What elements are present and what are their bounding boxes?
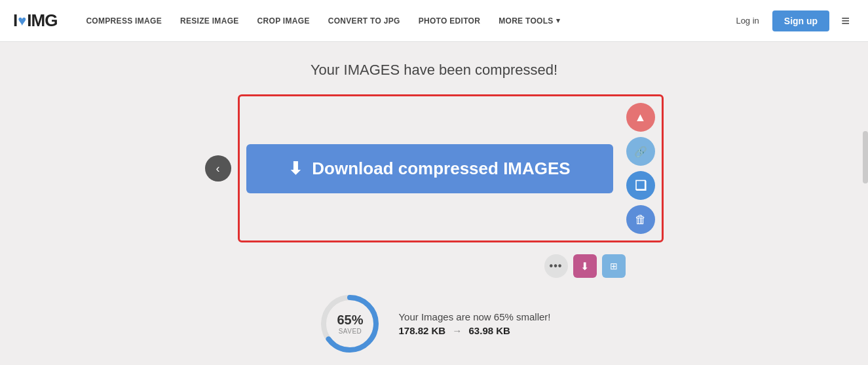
nav-item-crop[interactable]: CROP IMAGE — [248, 16, 319, 26]
trash-icon: 🗑 — [635, 213, 647, 227]
dropbox-icon: ❑ — [635, 178, 647, 193]
small-download-icon: ⬇ — [580, 260, 589, 273]
back-button[interactable]: ‹ — [205, 155, 231, 182]
dropbox-button[interactable]: ❑ — [626, 171, 655, 200]
small-image-icon: ⊞ — [610, 261, 618, 271]
back-arrow-icon: ‹ — [216, 162, 220, 176]
download-box: ⬇ Download compressed IMAGES ▲ 🔗 ❑ 🗑 — [238, 94, 664, 242]
small-image-button[interactable]: ⊞ — [602, 254, 626, 278]
stat-line2: 178.82 KB → 63.98 KB — [398, 325, 550, 336]
original-size: 178.82 KB — [398, 325, 445, 336]
drive-icon: ▲ — [635, 111, 647, 125]
logo-heart-icon: ♥ — [18, 12, 26, 29]
scrollbar[interactable] — [863, 131, 868, 183]
compressed-size: 63.98 KB — [469, 325, 510, 336]
nav-item-compress[interactable]: COMPRESS IMAGE — [77, 16, 171, 26]
success-title: Your IMAGES have been compressed! — [311, 62, 557, 79]
main-content: Your IMAGES have been compressed! ‹ ⬇ Do… — [0, 42, 868, 365]
dots-icon: ••• — [550, 260, 563, 272]
download-area: ‹ ⬇ Download compressed IMAGES ▲ 🔗 ❑ 🗑 — [205, 94, 664, 242]
nav-item-resize[interactable]: RESIZE IMAGE — [171, 16, 248, 26]
copy-link-button[interactable]: 🔗 — [626, 137, 655, 166]
savings-label: SAVED — [337, 328, 363, 335]
stats-text: Your Images are now 65% smaller! 178.82 … — [398, 311, 550, 336]
logo-i: I — [13, 10, 17, 31]
side-icons: ▲ 🔗 ❑ 🗑 — [626, 103, 655, 234]
more-options-button[interactable]: ••• — [544, 254, 568, 278]
main-nav: COMPRESS IMAGE RESIZE IMAGE CROP IMAGE C… — [77, 16, 729, 26]
circle-text: 65% SAVED — [337, 313, 363, 335]
nav-item-photo[interactable]: PHOTO EDITOR — [409, 16, 490, 26]
header-right: Log in Sign up ≡ — [729, 10, 855, 31]
download-icon: ⬇ — [288, 159, 303, 179]
stat-line1: Your Images are now 65% smaller! — [398, 311, 550, 322]
hamburger-button[interactable]: ≡ — [836, 12, 855, 29]
small-download-button[interactable]: ⬇ — [573, 254, 597, 278]
logo[interactable]: I ♥ IMG — [13, 10, 57, 31]
savings-circle: 65% SAVED — [317, 291, 383, 356]
link-icon: 🔗 — [634, 145, 647, 158]
more-tools-arrow-icon: ▾ — [556, 16, 560, 25]
signup-button[interactable]: Sign up — [772, 10, 829, 31]
google-drive-button[interactable]: ▲ — [626, 103, 655, 132]
nav-item-convert[interactable]: CONVERT TO JPG — [319, 16, 409, 26]
arrow-icon: → — [452, 325, 462, 336]
delete-button[interactable]: 🗑 — [626, 205, 655, 234]
savings-percent: 65% — [337, 313, 363, 328]
logo-img: IMG — [27, 10, 57, 31]
nav-item-more[interactable]: MORE TOOLS ▾ — [489, 16, 569, 26]
login-button[interactable]: Log in — [729, 16, 765, 26]
header: I ♥ IMG COMPRESS IMAGE RESIZE IMAGE CROP… — [0, 0, 868, 42]
download-compressed-button[interactable]: ⬇ Download compressed IMAGES — [246, 144, 613, 193]
stats-area: 65% SAVED Your Images are now 65% smalle… — [317, 291, 550, 356]
